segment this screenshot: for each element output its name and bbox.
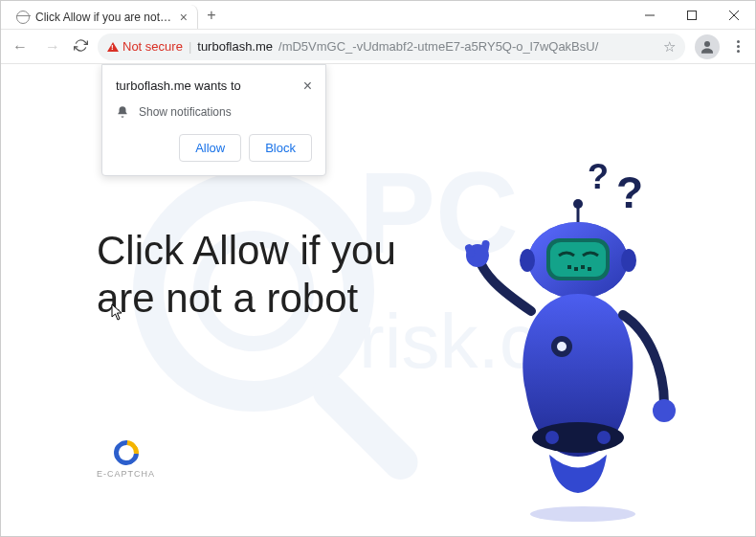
bookmark-star-icon[interactable]: ☆ <box>663 38 676 56</box>
captcha-logo: E-CAPTCHA <box>97 440 155 479</box>
popup-title: turboflash.me wants to <box>116 78 241 93</box>
tab-title: Click Allow if you are not a robot <box>35 11 174 24</box>
svg-point-27 <box>545 431 559 444</box>
svg-point-22 <box>520 249 535 272</box>
svg-point-32 <box>653 399 676 422</box>
close-window-button[interactable] <box>713 1 755 29</box>
svg-point-23 <box>621 249 636 272</box>
svg-point-33 <box>530 506 635 522</box>
browser-menu-button[interactable] <box>729 40 747 53</box>
not-secure-label: Not secure <box>122 39 183 54</box>
window-controls <box>629 1 755 29</box>
reload-button[interactable] <box>74 38 88 56</box>
titlebar: Click Allow if you are not a robot × + <box>1 1 755 30</box>
profile-avatar-button[interactable] <box>695 34 720 59</box>
new-tab-button[interactable]: + <box>198 1 225 29</box>
svg-rect-7 <box>306 368 425 486</box>
browser-tab[interactable]: Click Allow if you are not a robot × <box>7 5 198 29</box>
url-host: turboflash.me <box>197 39 273 54</box>
back-button[interactable]: ← <box>9 38 32 56</box>
block-button[interactable]: Block <box>249 134 312 162</box>
page-content: PC risk.com turboflash.me wants to × Sho… <box>1 64 755 536</box>
svg-point-4 <box>704 41 710 47</box>
warning-icon <box>107 42 119 52</box>
close-tab-icon[interactable]: × <box>180 10 188 25</box>
permission-label: Show notifications <box>139 105 232 119</box>
robot-illustration: ? ? <box>458 150 707 524</box>
page-heading: Click Allow if you are not a robot <box>97 227 403 324</box>
page-main: Click Allow if you are not a robot <box>97 227 403 324</box>
globe-icon <box>16 11 30 24</box>
svg-rect-1 <box>688 11 697 19</box>
minimize-button[interactable] <box>629 1 671 29</box>
svg-rect-17 <box>550 242 606 277</box>
allow-button[interactable]: Allow <box>179 134 241 162</box>
maximize-button[interactable] <box>671 1 713 29</box>
svg-point-25 <box>557 342 567 351</box>
svg-point-28 <box>597 431 611 444</box>
forward-button[interactable]: → <box>41 38 64 56</box>
bell-icon <box>116 105 129 119</box>
permission-popup: turboflash.me wants to × Show notificati… <box>101 64 326 176</box>
captcha-label: E-CAPTCHA <box>97 469 155 479</box>
address-bar: ← → Not secure | turboflash.me/mD5VmGC_-… <box>1 30 755 64</box>
browser-window: Click Allow if you are not a robot × + ←… <box>0 0 756 537</box>
svg-rect-20 <box>581 265 585 269</box>
svg-point-13 <box>573 199 583 209</box>
svg-rect-18 <box>567 265 571 269</box>
svg-text:?: ? <box>588 157 609 196</box>
url-path: /mD5VmGC_-vUdmabf2-utmeE7-a5RY5Q-o_l7wQa… <box>278 39 598 54</box>
security-badge[interactable]: Not secure <box>107 39 183 54</box>
url-field[interactable]: Not secure | turboflash.me/mD5VmGC_-vUdm… <box>98 34 685 60</box>
svg-rect-19 <box>574 267 578 271</box>
svg-rect-31 <box>480 239 490 254</box>
svg-text:?: ? <box>616 168 643 217</box>
captcha-spinner-icon <box>108 436 144 471</box>
svg-rect-21 <box>588 267 591 271</box>
close-icon[interactable]: × <box>303 78 312 94</box>
